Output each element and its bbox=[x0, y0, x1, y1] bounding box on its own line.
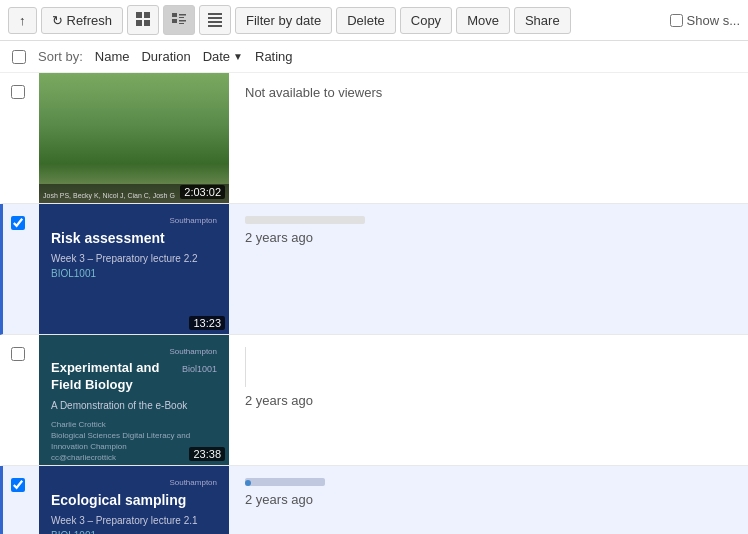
svg-rect-10 bbox=[208, 13, 222, 15]
list-view-button[interactable] bbox=[199, 5, 231, 35]
up-button[interactable]: ↑ bbox=[8, 7, 37, 34]
sort-date-arrow: ▼ bbox=[233, 51, 243, 62]
share-label: Share bbox=[525, 13, 560, 28]
item-checkbox-wrapper bbox=[3, 73, 39, 203]
item-date: 2 years ago bbox=[245, 230, 732, 245]
item-duration: 13:23 bbox=[189, 316, 225, 330]
show-label: Show s... bbox=[687, 13, 740, 28]
item-info: 2 years ago bbox=[229, 466, 748, 534]
refresh-button[interactable]: ↻ Refresh bbox=[41, 7, 124, 34]
sort-by-label: Sort by: bbox=[38, 49, 83, 64]
sort-name[interactable]: Name bbox=[95, 49, 130, 64]
thumb-subtitle: Week 3 – Preparatory lecture 2.1 bbox=[51, 515, 217, 526]
sort-date-label: Date bbox=[203, 49, 230, 64]
item-checkbox[interactable] bbox=[11, 478, 25, 492]
item-checkbox-wrapper bbox=[3, 466, 39, 534]
list-item: Southampton Experimental and Field Biolo… bbox=[0, 335, 748, 466]
video-list: Josh PS, Becky K, Nicol J, Cian C, Josh … bbox=[0, 73, 748, 534]
filter-button[interactable]: Filter by date bbox=[235, 7, 332, 34]
thumb-logo: Southampton bbox=[51, 478, 217, 487]
item-thumbnail: Southampton Risk assessment Week 3 – Pre… bbox=[39, 204, 229, 334]
item-availability: Not available to viewers bbox=[245, 85, 732, 100]
svg-rect-4 bbox=[172, 13, 177, 17]
svg-rect-3 bbox=[144, 20, 150, 26]
item-info: Not available to viewers bbox=[229, 73, 748, 203]
item-divider bbox=[245, 347, 246, 387]
grid-icon bbox=[135, 11, 151, 30]
show-checkbox-wrapper: Show s... bbox=[670, 13, 740, 28]
refresh-label: Refresh bbox=[67, 13, 113, 28]
item-progress-bar bbox=[245, 216, 365, 224]
thumb-subtitle: Week 3 – Preparatory lecture 2.2 bbox=[51, 253, 217, 264]
show-checkbox[interactable] bbox=[670, 14, 683, 27]
item-checkbox[interactable] bbox=[11, 85, 25, 99]
svg-rect-5 bbox=[179, 14, 186, 16]
list-item: Josh PS, Becky K, Nicol J, Cian C, Josh … bbox=[0, 73, 748, 204]
item-thumbnail: Southampton Ecological sampling Week 3 –… bbox=[39, 466, 229, 534]
list-item: Southampton Risk assessment Week 3 – Pre… bbox=[0, 204, 748, 335]
up-icon: ↑ bbox=[19, 13, 26, 28]
thumb-names: Josh PS, Becky K, Nicol J, Cian C, Josh … bbox=[43, 192, 175, 199]
copy-button[interactable]: Copy bbox=[400, 7, 452, 34]
thumb-logo: Southampton bbox=[51, 347, 217, 356]
sort-rating[interactable]: Rating bbox=[255, 49, 293, 64]
item-date: 2 years ago bbox=[245, 492, 732, 507]
sort-bar: Sort by: Name Duration Date ▼ Rating bbox=[0, 41, 748, 73]
thumb-title: Ecological sampling bbox=[51, 491, 217, 509]
list-detail-icon bbox=[171, 11, 187, 30]
thumb-title: Experimental and Field Biology bbox=[51, 360, 178, 394]
move-label: Move bbox=[467, 13, 499, 28]
select-all-checkbox[interactable] bbox=[12, 50, 26, 64]
svg-rect-2 bbox=[136, 20, 142, 26]
sort-duration[interactable]: Duration bbox=[141, 49, 190, 64]
delete-button[interactable]: Delete bbox=[336, 7, 396, 34]
move-button[interactable]: Move bbox=[456, 7, 510, 34]
list-detail-view-button[interactable] bbox=[163, 5, 195, 35]
thumb-title2: Biol1001 bbox=[182, 364, 217, 374]
share-button[interactable]: Share bbox=[514, 7, 571, 34]
item-duration: 23:38 bbox=[189, 447, 225, 461]
toolbar: ↑ ↻ Refresh Filter by date Delete Copy M… bbox=[0, 0, 748, 41]
item-info: 2 years ago bbox=[229, 335, 748, 465]
svg-rect-1 bbox=[144, 12, 150, 18]
sort-date[interactable]: Date ▼ bbox=[203, 49, 243, 64]
item-checkbox-wrapper bbox=[3, 335, 39, 465]
svg-rect-0 bbox=[136, 12, 142, 18]
list-item: Southampton Ecological sampling Week 3 –… bbox=[0, 466, 748, 534]
svg-rect-8 bbox=[179, 20, 186, 22]
item-duration: 2:03:02 bbox=[180, 185, 225, 199]
thumb-subtitle: A Demonstration of the e-Book bbox=[51, 400, 217, 411]
grid-view-button[interactable] bbox=[127, 5, 159, 35]
delete-label: Delete bbox=[347, 13, 385, 28]
refresh-icon: ↻ bbox=[52, 13, 63, 28]
item-thumbnail: Southampton Experimental and Field Biolo… bbox=[39, 335, 229, 465]
svg-rect-6 bbox=[179, 17, 184, 18]
thumb-code: BIOL1001 bbox=[51, 268, 217, 279]
item-dot bbox=[245, 480, 251, 486]
item-info: 2 years ago bbox=[229, 204, 748, 334]
thumb-code: BIOL1001 bbox=[51, 530, 217, 534]
filter-label: Filter by date bbox=[246, 13, 321, 28]
item-checkbox[interactable] bbox=[11, 216, 25, 230]
svg-rect-13 bbox=[208, 25, 222, 27]
copy-label: Copy bbox=[411, 13, 441, 28]
thumb-title: Risk assessment bbox=[51, 229, 217, 247]
item-checkbox-wrapper bbox=[3, 204, 39, 334]
svg-rect-7 bbox=[172, 19, 177, 23]
item-progress-bar bbox=[245, 478, 325, 486]
list-icon bbox=[207, 11, 223, 30]
item-thumbnail: Josh PS, Becky K, Nicol J, Cian C, Josh … bbox=[39, 73, 229, 203]
svg-rect-12 bbox=[208, 21, 222, 23]
item-date: 2 years ago bbox=[245, 393, 732, 408]
svg-rect-9 bbox=[179, 23, 184, 24]
item-checkbox[interactable] bbox=[11, 347, 25, 361]
svg-rect-11 bbox=[208, 17, 222, 19]
thumb-logo: Southampton bbox=[51, 216, 217, 225]
